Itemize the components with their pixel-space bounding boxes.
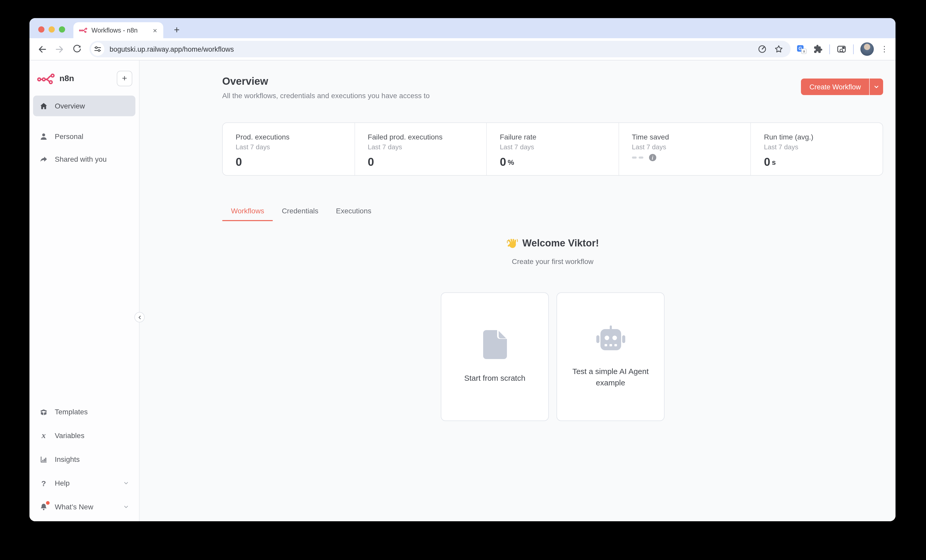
main-content: Overview All the workflows, credentials …	[139, 61, 896, 521]
stat-time-saved: Time saved Last 7 days -- i	[619, 123, 750, 175]
url-bar[interactable]: bogutski.up.railway.app/home/workflows	[89, 41, 791, 58]
forward-button[interactable]	[52, 42, 67, 56]
sidebar-item-personal[interactable]: Personal	[33, 126, 135, 147]
stat-value: 0	[368, 156, 374, 169]
refresh-button[interactable]	[70, 42, 84, 56]
app-area: n8n + Overview Personal	[29, 60, 896, 521]
welcome-subtitle: Create your first workflow	[222, 257, 883, 266]
sidebar-spacer	[33, 171, 135, 401]
back-button[interactable]	[35, 42, 49, 56]
sidebar-item-label: Templates	[55, 408, 88, 416]
notification-badge	[46, 501, 50, 504]
welcome-text: Welcome Viktor!	[522, 237, 599, 250]
stat-period: Last 7 days	[368, 143, 486, 151]
sidebar-item-whats-new[interactable]: What’s New	[33, 496, 135, 517]
browser-tabstrip: Workflows - n8n × +	[29, 18, 896, 38]
extensions-puzzle-icon[interactable]	[813, 44, 823, 54]
maximize-window-button[interactable]	[59, 26, 65, 33]
start-from-scratch-card[interactable]: Start from scratch	[441, 292, 549, 421]
robot-icon	[596, 325, 625, 352]
stat-period: Last 7 days	[500, 143, 618, 151]
page-subtitle: All the workflows, credentials and execu…	[222, 91, 430, 101]
brand-name: n8n	[59, 74, 117, 83]
sidebar: n8n + Overview Personal	[29, 61, 139, 521]
toolbar-divider	[829, 44, 830, 54]
browser-menu-icon[interactable]: ⋮	[881, 44, 888, 54]
person-icon	[39, 132, 48, 141]
stat-value: 0	[236, 156, 242, 169]
chevron-down-icon	[123, 480, 129, 486]
stat-label: Failure rate	[500, 133, 618, 141]
stat-label: Run time (avg.)	[764, 133, 882, 141]
stat-run-time: Run time (avg.) Last 7 days 0s	[750, 123, 882, 175]
empty-state: Welcome Viktor! Create your first workfl…	[222, 237, 883, 421]
n8n-logo-icon	[37, 73, 55, 84]
toolbar-divider	[853, 44, 854, 54]
stat-value: 0	[764, 156, 770, 169]
stat-empty-value: -- i	[632, 154, 750, 161]
home-icon	[39, 101, 48, 110]
dash	[639, 157, 643, 159]
stats-bar: Prod. executions Last 7 days 0 Failed pr…	[222, 123, 883, 176]
sidebar-item-shared-with-you[interactable]: Shared with you	[33, 149, 135, 170]
insights-chart-icon	[39, 455, 48, 464]
url-text[interactable]: bogutski.up.railway.app/home/workflows	[110, 45, 758, 53]
stat-period: Last 7 days	[236, 143, 354, 151]
sidebar-collapse-button[interactable]	[135, 312, 145, 322]
sidebar-item-label: Overview	[55, 102, 85, 110]
content-tabs: Workflows Credentials Executions	[222, 200, 883, 221]
create-workflow-button[interactable]: Create Workflow	[801, 79, 869, 95]
create-workflow-caret-button[interactable]	[869, 79, 883, 95]
sidebar-item-insights[interactable]: Insights	[33, 449, 135, 469]
omnibox-actions	[758, 44, 783, 54]
share-arrow-icon	[39, 155, 48, 163]
sidebar-item-label: Insights	[55, 455, 80, 463]
sidebar-item-templates[interactable]: Templates	[33, 401, 135, 422]
browser-tab[interactable]: Workflows - n8n ×	[73, 22, 163, 38]
sidebar-item-overview[interactable]: Overview	[33, 95, 135, 116]
performance-gauge-icon[interactable]	[758, 44, 767, 54]
tab-credentials[interactable]: Credentials	[273, 200, 327, 221]
info-icon[interactable]: i	[649, 154, 656, 161]
sidebar-item-label: What’s New	[55, 502, 93, 511]
ai-agent-example-card[interactable]: Test a simple AI Agent example	[557, 292, 664, 421]
profile-avatar[interactable]	[860, 42, 874, 56]
tab-title: Workflows - n8n	[91, 27, 147, 34]
sidebar-bottom-group: Templates x Variables Insights ?	[33, 401, 135, 520]
tab-workflows[interactable]: Workflows	[222, 200, 273, 221]
n8n-favicon-icon	[79, 27, 87, 33]
stat-failure-rate: Failure rate Last 7 days 0%	[486, 123, 618, 175]
screen: Workflows - n8n × +	[0, 0, 926, 560]
sidebar-item-label: Help	[55, 479, 70, 487]
add-workflow-button[interactable]: +	[117, 71, 132, 86]
sidebar-item-label: Personal	[55, 132, 83, 141]
sidebar-item-label: Shared with you	[55, 155, 107, 163]
card-label: Test a simple AI Agent example	[572, 366, 649, 388]
welcome-heading: Welcome Viktor!	[222, 237, 883, 250]
window-controls	[38, 26, 65, 33]
chevron-down-icon	[123, 504, 129, 510]
stat-period: Last 7 days	[764, 143, 882, 151]
card-label: Start from scratch	[464, 372, 525, 384]
sidebar-item-help[interactable]: ? Help	[33, 473, 135, 493]
close-window-button[interactable]	[38, 26, 44, 33]
wave-emoji-icon	[507, 238, 518, 249]
stat-value: 0	[500, 156, 506, 169]
variables-x-icon: x	[39, 431, 48, 440]
side-panel-search-icon[interactable]	[837, 44, 846, 54]
toolbar-actions: G a	[797, 42, 888, 56]
minimize-window-button[interactable]	[48, 26, 55, 33]
sidebar-item-variables[interactable]: x Variables	[33, 425, 135, 446]
translate-icon[interactable]: G a	[797, 44, 806, 54]
new-tab-button[interactable]: +	[169, 22, 185, 38]
stat-prod-executions: Prod. executions Last 7 days 0	[223, 123, 354, 175]
document-icon	[483, 330, 507, 359]
bookmark-star-icon[interactable]	[774, 44, 783, 54]
stat-label: Prod. executions	[236, 133, 354, 141]
site-settings-icon[interactable]	[91, 42, 104, 56]
browser-window: Workflows - n8n × +	[29, 18, 896, 521]
tab-close-icon[interactable]: ×	[151, 26, 159, 35]
dash	[632, 157, 637, 159]
tab-executions[interactable]: Executions	[327, 200, 380, 221]
stat-label: Failed prod. executions	[368, 133, 486, 141]
